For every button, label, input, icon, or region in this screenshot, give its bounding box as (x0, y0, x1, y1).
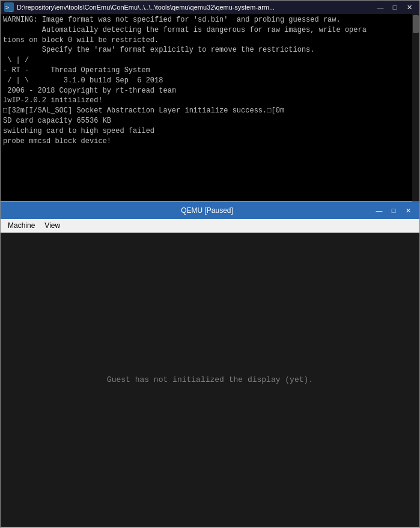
conemu-window-controls: — □ ✕ (374, 2, 416, 12)
conemu-terminal-content: WARNING: Image format was not specified … (1, 14, 419, 195)
conemu-minimize-button[interactable]: — (374, 2, 387, 12)
conemu-window: >_ D:\repository\env\tools\ConEmu\ConEmu… (0, 0, 420, 201)
conemu-scrollbar[interactable] (412, 14, 419, 202)
terminal-line: Automatically detecting the format is da… (3, 25, 417, 35)
terminal-line: SD card capacity 65536 KB (3, 116, 417, 126)
conemu-scrollbar-thumb[interactable] (413, 15, 419, 33)
terminal-line: switching card to high speed failed (3, 126, 417, 137)
terminal-line: □[32m[I/SAL_SOC] Socket Abstraction Laye… (3, 106, 417, 116)
qemu-maximize-button[interactable]: □ (387, 206, 400, 215)
terminal-line: lwIP-2.0.2 initialized! (3, 96, 417, 106)
conemu-title: D:\repository\env\tools\ConEmu\ConEmu\..… (17, 4, 374, 11)
qemu-menu-machine[interactable]: Machine (3, 220, 40, 231)
terminal-line: probe mmcsd block device! (3, 137, 417, 147)
qemu-close-button[interactable]: ✕ (401, 206, 415, 215)
terminal-line: \ | / (3, 55, 417, 66)
svg-text:>_: >_ (5, 4, 13, 11)
terminal-line: 2006 - 2018 Copyright by rt-thread team (3, 86, 417, 96)
terminal-line: - RT - Thread Operating System (3, 66, 417, 76)
qemu-minimize-button[interactable]: — (373, 206, 386, 215)
qemu-display-area: Guest has not initialized the display (y… (1, 233, 419, 527)
terminal-line: WARNING: Image format was not specified … (3, 15, 417, 25)
terminal-line: tions on block 0 will be restricted. (3, 35, 417, 46)
qemu-title: QEMU [Paused] (41, 206, 373, 215)
qemu-display-message: Guest has not initialized the display (y… (107, 375, 313, 384)
terminal-line: Specify the 'raw' format explicitly to r… (3, 45, 417, 55)
conemu-titlebar: >_ D:\repository\env\tools\ConEmu\ConEmu… (1, 1, 419, 14)
terminal-line: / | \ 3.1.0 build Sep 6 2018 (3, 76, 417, 86)
qemu-window-controls: — □ ✕ (373, 206, 415, 215)
qemu-menubar: Machine View (1, 219, 419, 233)
conemu-close-button[interactable]: ✕ (403, 2, 416, 12)
conemu-app-icon: >_ (4, 2, 14, 12)
qemu-titlebar: QEMU [Paused] — □ ✕ (1, 202, 419, 219)
conemu-maximize-button[interactable]: □ (388, 2, 401, 12)
qemu-menu-view[interactable]: View (40, 220, 65, 231)
qemu-window: QEMU [Paused] — □ ✕ Machine View Guest h… (0, 201, 420, 528)
